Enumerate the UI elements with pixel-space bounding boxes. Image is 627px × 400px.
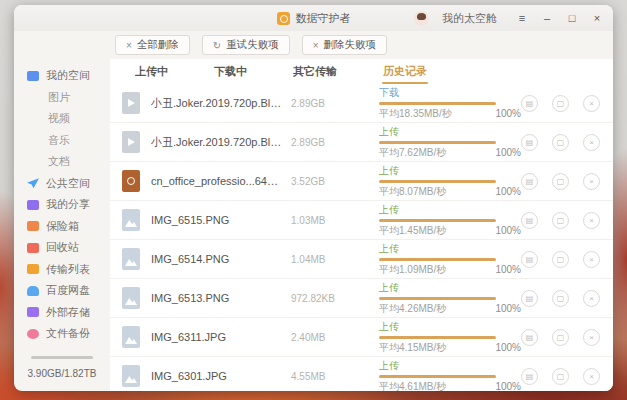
progress-cell: 上传 平均4.61MB/秒 100%	[379, 359, 521, 392]
sidebar-item[interactable]: 百度网盘	[14, 280, 110, 302]
sidebar-item-icon	[27, 221, 39, 231]
sidebar-item-icon	[27, 307, 39, 317]
file-size: 2.89GB	[291, 98, 349, 109]
transfer-direction-label: 下载	[379, 86, 521, 100]
sidebar-item-label: 回收站	[46, 240, 79, 255]
toolbar-button-icon: ×	[313, 40, 319, 51]
toolbar-button[interactable]: × 删除失败项	[302, 35, 387, 55]
open-folder-icon[interactable]: ▢	[552, 95, 569, 112]
open-folder-icon[interactable]: ▢	[552, 212, 569, 229]
average-speed: 平均4.61MB/秒	[379, 380, 446, 392]
sidebar: 我的空间 图片 视频 音乐 文档 公共空	[14, 59, 110, 391]
open-file-icon[interactable]: ▤	[521, 173, 538, 190]
table-row[interactable]: 小丑.Joker.2019.720p.BluRay.x264.AC3.mkv 2…	[110, 84, 613, 123]
table-row[interactable]: IMG_6301.JPG 4.55MB 上传 平均4.61MB/秒 100%	[110, 357, 613, 391]
sidebar-item[interactable]: 我的分享	[14, 194, 110, 216]
delete-icon[interactable]: ×	[583, 134, 600, 151]
progress-bar	[379, 141, 496, 144]
delete-icon[interactable]: ×	[583, 290, 600, 307]
open-folder-icon[interactable]: ▢	[552, 251, 569, 268]
file-size: 1.04MB	[291, 254, 349, 265]
sidebar-item[interactable]: 传输列表	[14, 259, 110, 281]
toolbar-button[interactable]: × 全部删除	[115, 35, 190, 55]
sidebar-item-label: 公共空间	[46, 176, 90, 191]
open-folder-icon[interactable]: ▢	[552, 290, 569, 307]
table-row[interactable]: 小丑.Joker.2019.720p.BluRay.x264.AC3.mkv 2…	[110, 123, 613, 162]
sidebar-item-label: 音乐	[48, 133, 70, 148]
row-actions: ▤ ▢ ×	[521, 290, 606, 307]
sidebar-item[interactable]: 视频	[14, 108, 110, 130]
delete-icon[interactable]: ×	[583, 212, 600, 229]
open-folder-icon[interactable]: ▢	[552, 368, 569, 385]
progress-percent: 100%	[495, 342, 521, 353]
transfer-direction-label: 上传	[379, 320, 521, 334]
sidebar-item-icon	[27, 286, 39, 296]
open-file-icon[interactable]: ▤	[521, 329, 538, 346]
progress-bar	[379, 375, 496, 378]
sidebar-item-icon	[27, 243, 39, 253]
sidebar-item[interactable]: 音乐	[14, 130, 110, 152]
titlebar: 数据守护者 我的太空舱 ≡ – □ ×	[14, 5, 613, 31]
sidebar-item-label: 图片	[48, 90, 70, 105]
open-file-icon[interactable]: ▤	[521, 251, 538, 268]
tab[interactable]: 上传中	[134, 62, 169, 81]
sidebar-item[interactable]: 外部存储	[14, 302, 110, 324]
table-row[interactable]: IMG_6513.PNG 972.82KB 上传 平均4.26MB/秒 100%	[110, 279, 613, 318]
progress-cell: 上传 平均4.26MB/秒 100%	[379, 281, 521, 316]
avatar[interactable]	[414, 11, 429, 26]
file-type-icon	[122, 365, 140, 387]
progress-cell: 下载 平均18.35MB/秒 100%	[379, 86, 521, 121]
file-size: 3.52GB	[291, 176, 349, 187]
minimize-icon[interactable]: –	[541, 5, 553, 31]
sidebar-item[interactable]: 文档	[14, 151, 110, 173]
delete-icon[interactable]: ×	[583, 95, 600, 112]
progress-percent: 100%	[495, 186, 521, 197]
tab[interactable]: 下载中	[213, 62, 248, 81]
delete-icon[interactable]: ×	[583, 251, 600, 268]
maximize-icon[interactable]: □	[566, 5, 578, 31]
menu-icon[interactable]: ≡	[516, 5, 528, 31]
progress-bar	[379, 336, 496, 339]
delete-icon[interactable]: ×	[583, 368, 600, 385]
sidebar-item-label: 外部存储	[46, 305, 90, 320]
toolbar: × 全部删除 ↻ 重试失败项 × 删除失败项	[14, 31, 613, 59]
progress-cell: 上传 平均1.09MB/秒 100%	[379, 242, 521, 277]
account-name[interactable]: 我的太空舱	[442, 11, 497, 26]
open-file-icon[interactable]: ▤	[521, 212, 538, 229]
sidebar-item[interactable]: 回收站	[14, 237, 110, 259]
sidebar-item[interactable]: 保险箱	[14, 216, 110, 238]
delete-icon[interactable]: ×	[583, 173, 600, 190]
sidebar-item[interactable]: 公共空间	[14, 173, 110, 195]
sidebar-item[interactable]: 我的空间	[14, 65, 110, 87]
delete-icon[interactable]: ×	[583, 329, 600, 346]
file-name: IMG_6513.PNG	[151, 292, 283, 304]
table-row[interactable]: IMG_6515.PNG 1.03MB 上传 平均1.45MB/秒 100%	[110, 201, 613, 240]
file-type-icon	[122, 170, 140, 192]
table-row[interactable]: IMG_6514.PNG 1.04MB 上传 平均1.09MB/秒 100%	[110, 240, 613, 279]
open-folder-icon[interactable]: ▢	[552, 329, 569, 346]
tab[interactable]: 其它传输	[292, 62, 338, 81]
close-icon[interactable]: ×	[591, 5, 603, 31]
toolbar-button-label: 重试失败项	[226, 38, 279, 52]
file-name: 小丑.Joker.2019.720p.BluRay.x264.AC3.mkv	[151, 135, 283, 150]
open-file-icon[interactable]: ▤	[521, 290, 538, 307]
open-file-icon[interactable]: ▤	[521, 95, 538, 112]
row-actions: ▤ ▢ ×	[521, 134, 606, 151]
open-file-icon[interactable]: ▤	[521, 134, 538, 151]
row-actions: ▤ ▢ ×	[521, 329, 606, 346]
sidebar-item[interactable]: 图片	[14, 87, 110, 109]
open-file-icon[interactable]: ▤	[521, 368, 538, 385]
transfer-direction-label: 上传	[379, 242, 521, 256]
table-row[interactable]: IMG_6311.JPG 2.40MB 上传 平均4.15MB/秒 100%	[110, 318, 613, 357]
average-speed: 平均1.45MB/秒	[379, 224, 446, 238]
transfer-list: 小丑.Joker.2019.720p.BluRay.x264.AC3.mkv 2…	[110, 84, 613, 391]
open-folder-icon[interactable]: ▢	[552, 134, 569, 151]
file-size: 1.03MB	[291, 215, 349, 226]
sidebar-item[interactable]: 文件备份	[14, 323, 110, 345]
row-actions: ▤ ▢ ×	[521, 95, 606, 112]
tab[interactable]: 历史记录	[382, 62, 428, 81]
toolbar-button[interactable]: ↻ 重试失败项	[202, 35, 290, 55]
open-folder-icon[interactable]: ▢	[552, 173, 569, 190]
average-speed: 平均7.62MB/秒	[379, 146, 446, 160]
table-row[interactable]: cn_office_professio...64_dvd_5e5be643.is…	[110, 162, 613, 201]
